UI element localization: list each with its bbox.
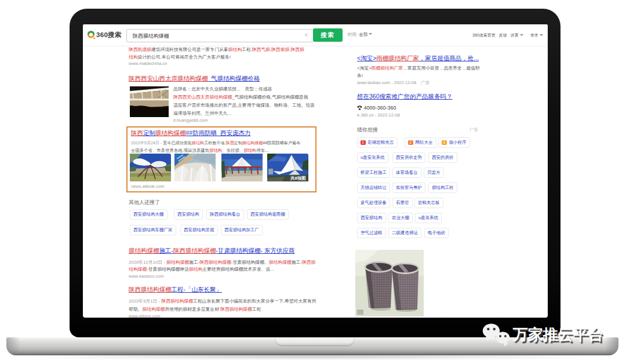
svg-text:共8张图: 共8张图 (290, 176, 306, 181)
